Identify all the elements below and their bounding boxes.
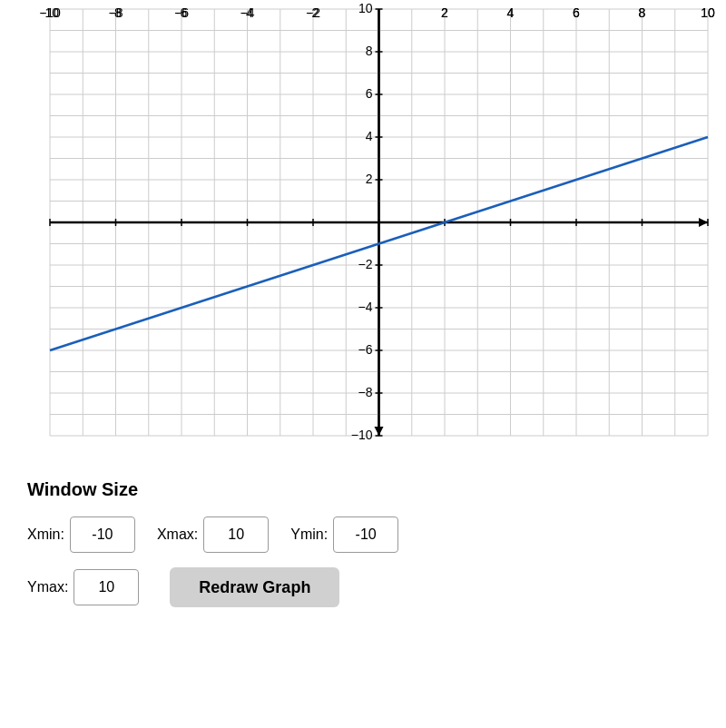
ymin-label: Ymin: [290, 526, 328, 543]
ymin-input[interactable] [333, 516, 398, 553]
controls-panel: Window Size Xmin: Xmax: Ymin: Ymax: Redr… [0, 463, 726, 631]
redraw-graph-button[interactable]: Redraw Graph [170, 567, 339, 607]
graph-container [0, 0, 726, 463]
xmin-label: Xmin: [27, 526, 64, 543]
xmin-input[interactable] [70, 516, 135, 553]
ymax-label: Ymax: [27, 579, 68, 595]
first-input-row: Xmin: Xmax: Ymin: [27, 516, 699, 553]
xmax-input[interactable] [203, 516, 269, 553]
graph-canvas [0, 0, 726, 463]
xmax-label: Xmax: [157, 526, 198, 543]
window-size-label: Window Size [27, 479, 699, 500]
ymax-input[interactable] [74, 569, 139, 605]
second-input-row: Ymax: Redraw Graph [27, 567, 699, 607]
